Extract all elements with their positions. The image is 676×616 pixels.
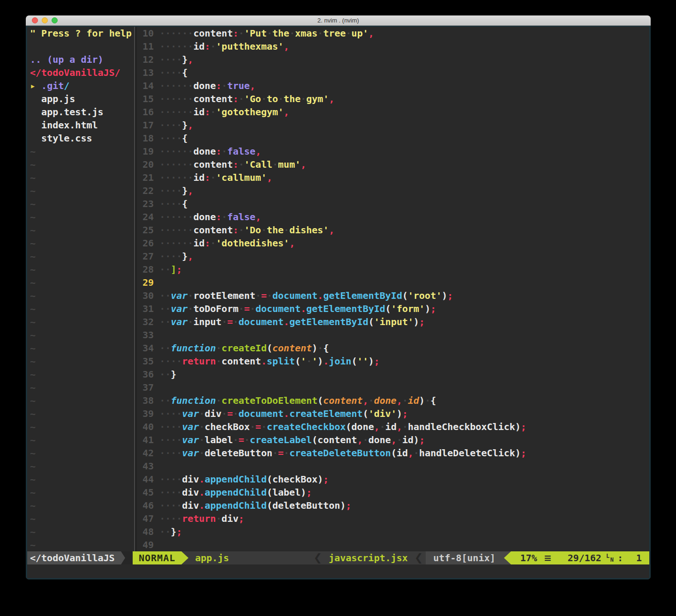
empty-buffer-line: ~ — [27, 171, 134, 184]
code-token: dir) — [81, 54, 103, 65]
empty-buffer-line: ~ — [27, 315, 134, 328]
tree-file-app-js[interactable]: app.js — [27, 92, 134, 105]
line-number: 49 — [137, 538, 154, 551]
code-token: , — [397, 421, 402, 432]
tree-file-index-html[interactable]: index.html — [27, 119, 134, 132]
code-line-31[interactable]: 31··var·toDoForm·=·document.getElementBy… — [137, 302, 649, 315]
code-line-24[interactable]: 24······done:·false, — [137, 210, 649, 223]
code-line-19[interactable]: 19······done:·false, — [137, 145, 649, 158]
code-line-16[interactable]: 16······id:·'gotothegym', — [137, 105, 649, 119]
titlebar[interactable]: 2. nvim . (nvim) — [26, 15, 651, 26]
line-number: 48 — [137, 525, 154, 538]
code-token: ~ — [30, 277, 36, 288]
code-line-45[interactable]: 45····div.appendChild(label); — [137, 486, 649, 499]
line-number-icon: LN — [606, 554, 614, 562]
line-number: 23 — [137, 197, 154, 210]
code-line-39[interactable]: 39····var·div·=·document.createElement('… — [137, 407, 649, 420]
code-token: ( — [295, 356, 300, 367]
code-line-43[interactable]: 43 — [137, 460, 649, 473]
code-line-15[interactable]: 15······content:·'Go·to·the·gym', — [137, 92, 649, 105]
whitespace-dots: · — [199, 421, 204, 432]
empty-buffer-line: ~ — [27, 473, 134, 486]
code-line-18[interactable]: 18····{ — [137, 132, 649, 145]
code-line-38[interactable]: 38··function·createToDoElement(content,·… — [137, 394, 649, 407]
whitespace-dots: · — [216, 342, 222, 354]
code-line-36[interactable]: 36··} — [137, 368, 649, 381]
tree-file-app-test-js[interactable]: app.test.js — [27, 105, 134, 119]
line-number: 39 — [137, 407, 154, 420]
code-token: = — [261, 290, 267, 301]
empty-buffer-line: ~ — [27, 197, 134, 210]
line-number: 22 — [137, 184, 154, 197]
empty-buffer-line: ~ — [27, 145, 134, 158]
code-line-49[interactable]: 49 — [137, 538, 649, 551]
code-line-21[interactable]: 21······id:·'callmum', — [137, 171, 649, 184]
tree-dir-git[interactable]: ▸ .git/ — [27, 79, 134, 92]
code-token: , — [250, 80, 255, 91]
whitespace-dots: · — [261, 224, 267, 236]
line-number: 34 — [137, 341, 154, 355]
code-line-23[interactable]: 23····{ — [137, 197, 649, 210]
code-line-14[interactable]: 14······done:·true, — [137, 79, 649, 92]
code-token: mum' — [278, 159, 300, 170]
line-number: 46 — [137, 499, 154, 512]
code-line-11[interactable]: 11······id:·'putthexmas', — [137, 40, 649, 53]
code-token: (deleteButton) — [267, 500, 346, 511]
code-line-25[interactable]: 25······content:·'Do·the·dishes', — [137, 223, 649, 237]
code-token: 'putthexmas' — [216, 41, 284, 52]
empty-buffer-line: ~ — [27, 276, 134, 289]
code-line-27[interactable]: 27····}, — [137, 250, 649, 263]
code-token: ~ — [30, 513, 36, 524]
code-token: up' — [352, 28, 368, 39]
line-number: 32 — [137, 315, 154, 328]
code-line-30[interactable]: 30··var·rootElement·=·document.getElemen… — [137, 289, 649, 302]
tree-up-a-dir[interactable]: .. (up a dir) — [27, 53, 134, 66]
code-line-35[interactable]: 35····return·content.split('·').join('')… — [137, 355, 649, 368]
whitespace-dots: · — [272, 447, 278, 459]
code-line-32[interactable]: 32··var·input·=·document.getElementById(… — [137, 315, 649, 328]
code-line-47[interactable]: 47····return·div; — [137, 512, 649, 525]
code-line-37[interactable]: 37 — [137, 381, 649, 394]
code-token: ~ — [30, 395, 36, 406]
code-token: , — [397, 395, 402, 406]
tree-file-style-css[interactable]: style.css — [27, 132, 134, 145]
code-token: </todoVanillaJS/ — [30, 67, 120, 78]
code-token: 'callmum' — [216, 172, 267, 183]
nerdtree-panel[interactable]: " Press ? for help.. (up a dir)</todoVan… — [27, 27, 134, 551]
code-token: , — [284, 41, 289, 52]
code-line-33[interactable]: 33 — [137, 328, 649, 341]
tree-root-todovanillajs[interactable]: </todoVanillaJS/ — [27, 66, 134, 79]
code-line-29[interactable]: 29 — [137, 276, 649, 289]
code-token: ; — [430, 303, 436, 314]
code-line-12[interactable]: 12····}, — [137, 53, 649, 66]
code-line-17[interactable]: 17····}, — [137, 119, 649, 132]
code-line-41[interactable]: 41····var·label·=·createLabel(content,·d… — [137, 433, 649, 446]
code-line-44[interactable]: 44····div.appendChild(checkBox); — [137, 473, 649, 486]
command-line[interactable] — [27, 564, 649, 578]
code-line-46[interactable]: 46····div.appendChild(deleteButton); — [137, 499, 649, 512]
code-line-28[interactable]: 28··]; — [137, 263, 649, 276]
code-token: var — [171, 316, 188, 327]
line-number: 42 — [137, 446, 154, 460]
code-line-40[interactable]: 40····var·checkBox·=·createCheckbox(done… — [137, 420, 649, 433]
code-line-42[interactable]: 42····var·deleteButton·=·createDeleteBut… — [137, 446, 649, 460]
hamburger-icon: ≡ — [544, 551, 552, 564]
code-token: ▸ — [30, 80, 36, 91]
code-line-20[interactable]: 20······content:·'Call·mum', — [137, 158, 649, 171]
code-token: ' — [300, 356, 306, 367]
line-number: 33 — [137, 328, 154, 341]
code-line-22[interactable]: 22····}, — [137, 184, 649, 197]
code-line-13[interactable]: 13····{ — [137, 66, 649, 79]
code-line-10[interactable]: 10······content:·'Put·the·xmas·tree·up', — [137, 27, 649, 40]
empty-buffer-line: ~ — [27, 538, 134, 551]
code-token: 'Do — [244, 224, 261, 236]
code-token: , — [368, 28, 374, 39]
code-line-48[interactable]: 48··}; — [137, 525, 649, 538]
editor-buffer[interactable]: 10······content:·'Put·the·xmas·tree·up',… — [137, 27, 649, 551]
whitespace-dots: · — [233, 316, 239, 327]
code-line-34[interactable]: 34··function·createId(content)·{ — [137, 341, 649, 355]
code-line-26[interactable]: 26······id:·'dothedishes', — [137, 237, 649, 250]
code-token: , — [374, 421, 380, 432]
statusline-gap — [125, 551, 133, 564]
code-token: ) — [515, 447, 521, 459]
